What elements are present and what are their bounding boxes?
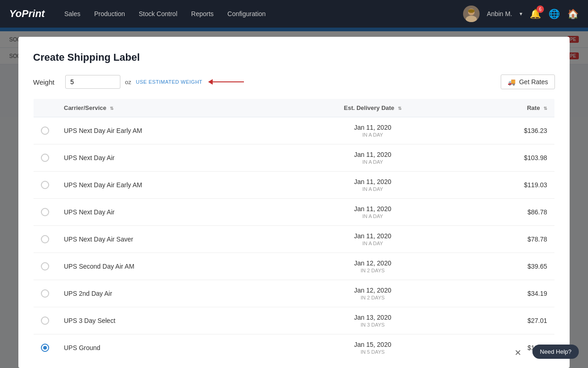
carrier-sort-icon[interactable]: ⇅: [110, 106, 113, 111]
table-row: UPS Next Day Air Early AMJan 11, 2020IN …: [34, 172, 555, 199]
notification-badge[interactable]: 🔔 6: [530, 8, 541, 19]
avatar: [463, 6, 480, 22]
delivery-sub: IN A DAY: [292, 132, 454, 138]
rate-value: $78.78: [461, 226, 554, 253]
radio-btn-6[interactable]: [41, 289, 49, 298]
delivery-date: Jan 11, 2020IN A DAY: [284, 226, 462, 253]
nav-reports[interactable]: Reports: [191, 8, 214, 19]
rate-value: $119.03: [461, 172, 554, 199]
app-logo: YoPrint: [9, 8, 46, 20]
rate-column-header: Rate ⇅: [461, 99, 554, 117]
nav-production[interactable]: Production: [94, 8, 125, 19]
carrier-name: UPS Next Day Air Saver: [57, 226, 284, 253]
delivery-date: Jan 11, 2020IN A DAY: [284, 172, 462, 199]
delivery-sub: IN 5 DAYS: [292, 349, 454, 355]
user-name: Anbin M.: [487, 10, 512, 17]
weight-row: Weight oz USE ESTIMATED WEIGHT 🚚 Get Rat…: [33, 75, 555, 89]
delivery-date: Jan 13, 2020IN 3 DAYS: [284, 307, 462, 334]
radio-btn-8[interactable]: [41, 344, 49, 352]
need-help-button[interactable]: Need Help?: [532, 345, 579, 359]
navbar: YoPrint Sales Production Stock Control R…: [0, 0, 588, 28]
carrier-name: UPS Next Day Air: [57, 199, 284, 226]
notification-count: 6: [537, 6, 544, 13]
svg-rect-3: [468, 9, 475, 13]
create-shipping-label-modal: Create Shipping Label Weight oz USE ESTI…: [18, 37, 570, 368]
get-rates-label: Get Rates: [519, 78, 548, 86]
delivery-date: Jan 15, 2020IN 5 DAYS: [284, 334, 462, 362]
delivery-date: Jan 11, 2020IN A DAY: [284, 199, 462, 226]
table-row: UPS GroundJan 15, 2020IN 5 DAYS$11.14: [34, 334, 555, 362]
delivery-sub: IN 2 DAYS: [292, 295, 454, 300]
delivery-date: Jan 12, 2020IN 2 DAYS: [284, 253, 462, 280]
carrier-name: UPS Second Day Air AM: [57, 253, 284, 280]
delivery-sub: IN A DAY: [292, 241, 454, 246]
table-row: UPS Next Day Air SaverJan 11, 2020IN A D…: [34, 226, 555, 253]
nav-items: Sales Production Stock Control Reports C…: [64, 8, 449, 19]
close-help-icon[interactable]: ✕: [514, 348, 521, 358]
delivery-sub: IN A DAY: [292, 186, 454, 192]
truck-icon: 🚚: [508, 78, 515, 86]
rate-value: $86.78: [461, 199, 554, 226]
rate-sort-icon[interactable]: ⇅: [543, 106, 547, 111]
radio-btn-4[interactable]: [41, 235, 49, 243]
nav-sales[interactable]: Sales: [64, 8, 80, 19]
use-estimated-weight-link[interactable]: USE ESTIMATED WEIGHT: [136, 79, 203, 85]
modal-overlay: Create Shipping Label Weight oz USE ESTI…: [0, 28, 588, 368]
weight-label: Weight: [33, 78, 61, 86]
nav-configuration[interactable]: Configuration: [227, 8, 266, 19]
nav-stock-control[interactable]: Stock Control: [139, 8, 177, 19]
delivery-date: Jan 11, 2020IN A DAY: [284, 144, 462, 172]
table-row: UPS Second Day Air AMJan 12, 2020IN 2 DA…: [34, 253, 555, 280]
weight-unit: oz: [125, 79, 131, 86]
weight-input[interactable]: [65, 75, 120, 89]
globe-icon[interactable]: 🌐: [548, 8, 560, 19]
modal-title: Create Shipping Label: [33, 52, 555, 63]
radio-btn-1[interactable]: [41, 154, 49, 162]
radio-btn-5[interactable]: [41, 262, 49, 270]
carrier-name: UPS Next Day Air Early AM: [57, 172, 284, 199]
home-icon[interactable]: 🏠: [567, 8, 579, 19]
carrier-name: UPS 3 Day Select: [57, 307, 284, 334]
rates-table: Carrier/Service ⇅ Est. Delivery Date ⇅ R…: [33, 98, 555, 362]
get-rates-button[interactable]: 🚚 Get Rates: [501, 75, 555, 89]
delivery-sub: IN A DAY: [292, 213, 454, 219]
radio-inner: [43, 346, 47, 350]
dropdown-arrow-icon[interactable]: ▾: [520, 11, 522, 17]
delivery-date-column-header: Est. Delivery Date ⇅: [284, 99, 462, 117]
rate-value: $136.23: [461, 117, 554, 144]
table-row: UPS Next Day AirJan 11, 2020IN A DAY$103…: [34, 144, 555, 172]
carrier-name: UPS Next Day Air Early AM: [57, 117, 284, 144]
radio-btn-7[interactable]: [41, 316, 49, 325]
carrier-name: UPS Ground: [57, 334, 284, 362]
rate-value: $103.98: [461, 144, 554, 172]
delivery-sub: IN A DAY: [292, 159, 454, 165]
arrow-indicator: [212, 81, 244, 82]
carrier-name: UPS 2nd Day Air: [57, 280, 284, 307]
rate-value: $34.19: [461, 280, 554, 307]
radio-btn-0[interactable]: [41, 126, 49, 135]
table-row: UPS 3 Day SelectJan 13, 2020IN 3 DAYS$27…: [34, 307, 555, 334]
delivery-date: Jan 12, 2020IN 2 DAYS: [284, 280, 462, 307]
rate-value: $39.65: [461, 253, 554, 280]
select-column-header: [34, 99, 57, 117]
svg-point-1: [466, 16, 477, 22]
nav-right: Anbin M. ▾ 🔔 6 🌐 🏠: [463, 6, 579, 22]
delivery-sort-icon[interactable]: ⇅: [398, 106, 401, 111]
delivery-date: Jan 11, 2020IN A DAY: [284, 117, 462, 144]
arrow-line: [212, 81, 244, 82]
carrier-name: UPS Next Day Air: [57, 144, 284, 172]
table-row: UPS Next Day AirJan 11, 2020IN A DAY$86.…: [34, 199, 555, 226]
table-row: UPS 2nd Day AirJan 12, 2020IN 2 DAYS$34.…: [34, 280, 555, 307]
delivery-sub: IN 2 DAYS: [292, 268, 454, 273]
rate-value: $27.01: [461, 307, 554, 334]
table-row: UPS Next Day Air Early AMJan 11, 2020IN …: [34, 117, 555, 144]
radio-btn-2[interactable]: [41, 181, 49, 189]
carrier-column-header: Carrier/Service ⇅: [57, 99, 284, 117]
delivery-sub: IN 3 DAYS: [292, 322, 454, 328]
radio-btn-3[interactable]: [41, 208, 49, 216]
